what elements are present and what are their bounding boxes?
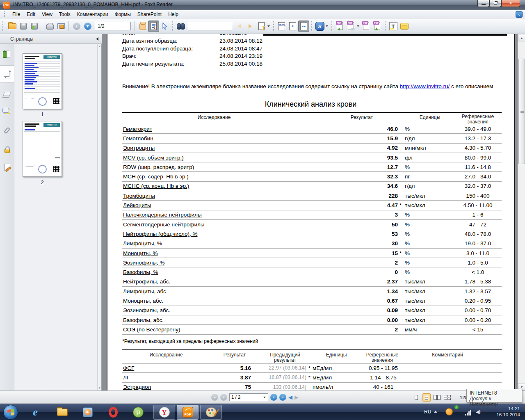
save-as-button[interactable] bbox=[29, 21, 40, 32]
minimize-button[interactable] bbox=[477, 0, 489, 7]
language-indicator[interactable]: RU bbox=[424, 409, 431, 415]
zoom-100-button[interactable]: 100% bbox=[276, 21, 287, 32]
ds-dropdown[interactable] bbox=[326, 25, 328, 27]
analyte-link[interactable]: Лимфоциты, % bbox=[123, 240, 354, 247]
previous-page-button[interactable]: ▲ bbox=[220, 394, 227, 401]
start-button[interactable] bbox=[3, 405, 18, 420]
close-button[interactable]: × bbox=[501, 0, 520, 7]
continuous-facing-layout-button[interactable] bbox=[443, 393, 451, 402]
analyte-link[interactable]: Сегментоядерные нейтрофилы bbox=[123, 221, 354, 228]
scroll-up-icon[interactable]: ▲ bbox=[518, 34, 525, 41]
tray-app-icon[interactable] bbox=[445, 408, 453, 415]
analyte-link[interactable]: Гематокрит bbox=[123, 126, 354, 132]
previous-page-button[interactable]: ▲ bbox=[71, 21, 82, 32]
typewriter-button[interactable]: T bbox=[388, 21, 399, 32]
next-page-button[interactable]: ▼ bbox=[82, 21, 93, 32]
analyte-link[interactable]: Лимфоциты, абс. bbox=[123, 288, 354, 294]
taskbar-opera[interactable] bbox=[107, 406, 120, 418]
continuous-layout-button[interactable] bbox=[422, 393, 431, 402]
facing-layout-button[interactable] bbox=[433, 393, 441, 402]
pdf-print-button[interactable]: PDF bbox=[345, 21, 356, 32]
analyte-link[interactable]: Эритроциты bbox=[123, 145, 354, 151]
scrollbar-thumb[interactable] bbox=[518, 59, 525, 164]
bookmarks-tab[interactable] bbox=[0, 46, 14, 61]
layers-tab[interactable] bbox=[0, 87, 14, 102]
hand-tool-button[interactable] bbox=[137, 21, 148, 32]
analyte-link[interactable]: MCH (ср. содер. Hb в эр.) bbox=[123, 173, 354, 180]
page-thumbnail-2[interactable]: ИНВИТРО bbox=[23, 121, 62, 177]
page-number-combo[interactable]: 1 / 2 bbox=[229, 393, 268, 401]
restore-button[interactable] bbox=[489, 0, 501, 7]
menu-item[interactable]: Edit bbox=[23, 11, 39, 18]
show-hidden-icons[interactable] bbox=[434, 411, 437, 413]
menu-item[interactable]: View bbox=[39, 11, 56, 18]
menu-item[interactable]: Формы bbox=[111, 11, 134, 18]
search-input[interactable] bbox=[188, 22, 232, 30]
analyte-link[interactable]: Эстрадиол bbox=[123, 384, 220, 390]
menu-item[interactable]: File bbox=[9, 11, 23, 18]
taskbar-internet-explorer[interactable]: e bbox=[29, 406, 42, 418]
pages-tab[interactable] bbox=[0, 65, 14, 82]
select-annotation-button[interactable] bbox=[159, 21, 170, 32]
analyte-link[interactable]: ФСГ bbox=[123, 365, 220, 371]
current-view-rectangle[interactable] bbox=[24, 59, 60, 87]
document-scrollbar[interactable]: ▲ ▼ bbox=[518, 34, 525, 390]
taskbar-utorrent[interactable]: µ bbox=[132, 406, 145, 418]
taskbar-explorer[interactable] bbox=[56, 406, 69, 418]
taskbar-foxit-reader[interactable]: PDF bbox=[177, 405, 199, 420]
analyte-link[interactable]: Нейтрофилы, абс. bbox=[123, 278, 354, 285]
menu-item[interactable]: Help bbox=[165, 11, 182, 18]
fit-page-button[interactable]: ✥ bbox=[287, 21, 298, 32]
analyte-link[interactable]: Базофилы, абс. bbox=[123, 317, 354, 323]
page-number-input[interactable] bbox=[95, 22, 131, 30]
comments-tab[interactable] bbox=[0, 104, 14, 119]
analyte-link[interactable]: СОЭ (по Вестергрену) bbox=[123, 326, 354, 333]
note-button[interactable] bbox=[399, 21, 410, 32]
analyte-link[interactable]: MCHC (ср. конц. Hb в эр.) bbox=[123, 183, 354, 189]
previous-view-button[interactable]: ◀ bbox=[288, 394, 292, 401]
security-tab[interactable] bbox=[0, 142, 14, 157]
analyte-link[interactable]: Лейкоциты bbox=[123, 202, 354, 208]
next-view-button[interactable]: ▶ bbox=[294, 394, 299, 401]
analyte-link[interactable]: Моноциты, % bbox=[123, 250, 354, 256]
fullscreen-icon[interactable]: ↔ bbox=[516, 11, 523, 18]
save-button[interactable] bbox=[18, 21, 29, 32]
first-page-button[interactable]: ⏶ bbox=[211, 394, 218, 401]
page-thumbnail-1[interactable]: ИНВИТРО bbox=[23, 53, 62, 109]
analyte-link[interactable]: Эозинофилы, % bbox=[123, 260, 354, 266]
select-text-button[interactable]: I bbox=[148, 21, 159, 32]
fit-width-button[interactable]: ◂ ▸ bbox=[298, 21, 309, 32]
pdf-convert-button[interactable]: PDF bbox=[334, 21, 345, 32]
clock[interactable]: 14:21 16.10.2014 bbox=[496, 406, 520, 418]
network-signal-icon[interactable] bbox=[465, 408, 472, 415]
analyte-link[interactable]: Палочкоядерные нейтрофилы bbox=[123, 212, 354, 218]
next-page-button[interactable]: ▼ bbox=[270, 394, 277, 401]
taskbar-media-player[interactable]: ▶ bbox=[81, 406, 94, 418]
pdf-export-button[interactable]: PDF bbox=[372, 21, 383, 32]
scroll-down-icon[interactable]: ▼ bbox=[98, 387, 101, 389]
analyte-link[interactable]: ЛГ bbox=[123, 374, 220, 381]
pdf-page-button[interactable]: PDF bbox=[361, 21, 372, 32]
analyte-link[interactable]: Эозинофилы, абс. bbox=[123, 307, 354, 313]
find-button[interactable] bbox=[175, 21, 186, 32]
taskbar-paint[interactable] bbox=[200, 405, 222, 420]
last-page-button[interactable]: ⏷ bbox=[279, 394, 286, 401]
page-history-dropdown[interactable] bbox=[267, 25, 270, 27]
page-history-button[interactable] bbox=[256, 21, 267, 32]
analyte-link[interactable]: Гемоглобин bbox=[123, 135, 354, 142]
collapse-panel-icon[interactable] bbox=[96, 37, 98, 41]
pdf-print-dropdown[interactable] bbox=[357, 25, 359, 27]
analyte-link[interactable]: Тромбоциты bbox=[123, 193, 354, 199]
attachments-tab[interactable] bbox=[0, 123, 14, 138]
menu-item[interactable]: Комментарии bbox=[74, 11, 112, 18]
volume-icon[interactable]: ◀)) bbox=[476, 408, 483, 415]
find-previous-button[interactable] bbox=[234, 21, 245, 32]
analyte-link[interactable]: RDW (шир. распред. эритр) bbox=[123, 164, 354, 170]
open-button[interactable] bbox=[7, 21, 18, 32]
taskbar-yandex-browser[interactable]: Y bbox=[153, 405, 175, 420]
email-button[interactable] bbox=[55, 21, 66, 32]
analyte-link[interactable]: Базофилы, % bbox=[123, 269, 354, 275]
analyte-link[interactable]: MCV (ср. объем эритр.) bbox=[123, 155, 354, 161]
scroll-up-icon[interactable]: ▲ bbox=[98, 45, 101, 48]
menu-item[interactable]: Tools bbox=[56, 11, 74, 18]
